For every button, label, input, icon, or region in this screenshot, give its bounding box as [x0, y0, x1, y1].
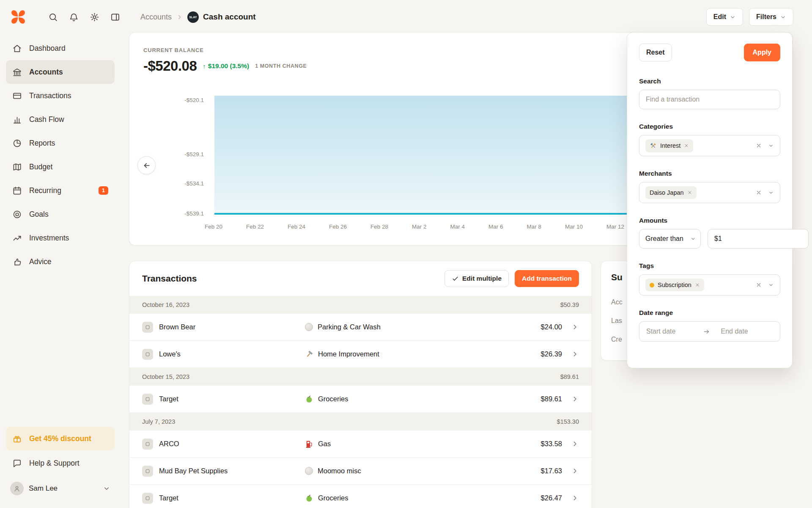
edit-button[interactable]: Edit	[706, 8, 743, 26]
group-total: $89.61	[560, 373, 579, 380]
notifications-bell-icon[interactable]	[69, 12, 79, 22]
app-logo-butterfly-icon[interactable]	[10, 9, 26, 25]
chart-x-axis: Feb 20Feb 22Feb 24Feb 26Feb 28Mar 2Mar 4…	[205, 224, 624, 230]
sidebar-item-transactions[interactable]: Transactions	[6, 84, 115, 108]
sidebar-item-cash-flow[interactable]: Cash Flow	[6, 108, 115, 131]
sidebar-footer: Get 45% discount Help & Support Sam Lee	[6, 427, 115, 501]
transaction-row[interactable]: TargetGroceries$26.47	[129, 485, 592, 508]
balance-value: -$520.08	[143, 58, 197, 74]
x-tick-label: Mar 2	[412, 224, 427, 230]
transactions-list: October 16, 2023$50.39Brown BearParking …	[129, 296, 592, 508]
sidebar-item-budget[interactable]: Budget	[6, 155, 115, 179]
transaction-row[interactable]: ARCOGas$33.58	[129, 431, 592, 458]
y-tick-label: -$529.1	[184, 151, 204, 157]
transaction-row[interactable]: Brown BearParking & Car Wash$24.00	[129, 314, 592, 341]
balance-row: -$520.08 ↑ $19.00 (3.5%) 1 MONTH CHANGE	[143, 58, 307, 74]
hammer-icon	[305, 350, 313, 359]
category-name: Groceries	[318, 494, 348, 502]
merchant-name: ARCO	[159, 440, 179, 448]
amounts-label: Amounts	[639, 217, 780, 224]
group-date: October 15, 2023	[142, 373, 189, 380]
transaction-row[interactable]: TargetGroceries$89.61	[129, 386, 592, 413]
image-placeholder-icon	[144, 467, 151, 475]
transaction-row[interactable]: Lowe'sHome Improvement$26.39	[129, 341, 592, 368]
merchants-label: Merchants	[639, 170, 780, 177]
group-date: October 16, 2023	[142, 301, 189, 308]
add-transaction-button[interactable]: Add transaction	[515, 270, 579, 287]
end-date-field[interactable]: End date	[714, 328, 774, 335]
sidebar-item-discount[interactable]: Get 45% discount	[6, 427, 115, 450]
date-range-input[interactable]: Start date End date	[639, 321, 780, 342]
home-icon	[12, 44, 22, 53]
tag-color-dot	[650, 283, 654, 287]
tag-chip-subscription[interactable]: Subscription	[645, 279, 704, 291]
transaction-row[interactable]: Mud Bay Pet SuppliesMoomoo misc$17.63	[129, 458, 592, 485]
clear-select-icon[interactable]	[756, 190, 762, 196]
user-name: Sam Lee	[29, 484, 58, 493]
chevron-down-icon[interactable]	[768, 143, 774, 149]
edit-multiple-button[interactable]: Edit multiple	[444, 270, 509, 287]
topbar-icons	[48, 12, 120, 22]
remove-chip-icon[interactable]	[684, 143, 689, 148]
merchant-logo-placeholder-icon	[142, 394, 153, 405]
x-tick-label: Mar 4	[450, 224, 465, 230]
search-icon[interactable]	[48, 12, 58, 22]
sidebar-item-goals[interactable]: Goals	[6, 202, 115, 226]
categories-select[interactable]: Interest	[639, 135, 780, 156]
amount-operator-select[interactable]: Greater than	[639, 229, 701, 248]
transaction-amount: $89.61	[541, 395, 562, 403]
merchant-cell: Target	[142, 394, 305, 405]
group-date: July 7, 2023	[142, 418, 175, 425]
sidebar-item-recurring[interactable]: Recurring1	[6, 179, 115, 202]
merchants-select[interactable]: Daiso Japan	[639, 182, 780, 203]
amount-value-input[interactable]	[708, 229, 809, 248]
category-chip-interest[interactable]: Interest	[645, 139, 693, 152]
filters-button[interactable]: Filters	[749, 8, 793, 26]
check-icon	[452, 275, 459, 282]
image-placeholder-icon	[144, 395, 151, 403]
merchant-chip-daiso-japan[interactable]: Daiso Japan	[645, 186, 697, 199]
user-menu[interactable]: Sam Lee	[6, 476, 115, 501]
remove-chip-icon[interactable]	[695, 282, 700, 287]
breadcrumb-accounts-link[interactable]: Accounts	[140, 13, 172, 22]
chart-previous-period-button[interactable]	[137, 156, 156, 174]
sidebar-toggle-icon[interactable]	[110, 12, 120, 22]
tags-select[interactable]: Subscription	[639, 274, 780, 295]
image-placeholder-icon	[144, 440, 151, 448]
recurring-badge: 1	[99, 186, 108, 195]
balance-change-period: 1 MONTH CHANGE	[255, 63, 307, 69]
chevron-down-icon	[690, 236, 696, 242]
y-tick-label: -$520.1	[184, 97, 204, 103]
chevron-down-icon[interactable]	[768, 282, 774, 288]
date-group-header: October 16, 2023$50.39	[129, 296, 592, 314]
start-date-field[interactable]: Start date	[646, 328, 699, 335]
sidebar-item-advice[interactable]: Advice	[6, 250, 115, 273]
chevron-right-icon	[571, 467, 579, 475]
gas-pump-icon	[305, 440, 313, 448]
sidebar-item-dashboard[interactable]: Dashboard	[6, 36, 115, 60]
clear-select-icon[interactable]	[756, 282, 762, 288]
image-placeholder-icon	[144, 351, 151, 358]
sidebar-item-investments[interactable]: Investments	[6, 226, 115, 250]
search-input[interactable]	[639, 90, 780, 109]
x-tick-label: Feb 22	[246, 224, 264, 230]
amounts-controls: Greater than	[639, 229, 780, 248]
settings-gear-icon[interactable]	[90, 12, 99, 22]
topbar: Accounts SLAY Cash account Edit Filters	[0, 0, 812, 34]
category-cell: Groceries	[305, 494, 541, 502]
apply-button[interactable]: Apply	[744, 44, 780, 61]
chevron-down-icon[interactable]	[768, 190, 774, 196]
merchant-logo-placeholder-icon	[142, 322, 153, 333]
add-transaction-label: Add transaction	[522, 275, 572, 282]
clear-select-icon[interactable]	[756, 143, 762, 149]
bank-icon	[12, 67, 22, 77]
sidebar-item-reports[interactable]: Reports	[6, 131, 115, 155]
sidebar-item-accounts[interactable]: Accounts	[6, 60, 115, 84]
remove-chip-icon[interactable]	[687, 190, 692, 195]
chip-label: Interest	[660, 142, 680, 149]
sidebar-item-help-support[interactable]: Help & Support	[6, 451, 115, 475]
chevron-down-icon	[103, 485, 110, 492]
reset-button[interactable]: Reset	[639, 44, 672, 61]
sidebar-item-label: Advice	[29, 257, 52, 266]
x-tick-label: Mar 6	[488, 224, 503, 230]
